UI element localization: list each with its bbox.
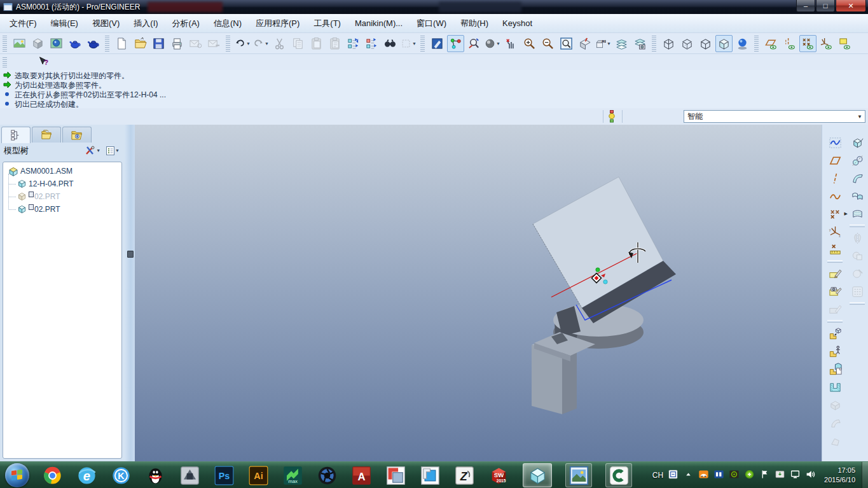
favorites-tab[interactable] <box>62 127 92 143</box>
toolbar-grip[interactable] <box>1 57 8 68</box>
toolbar-grip[interactable] <box>753 35 760 52</box>
regen-red-button[interactable] <box>363 35 380 52</box>
start-button[interactable] <box>5 463 29 487</box>
layer-status-button[interactable] <box>631 35 649 52</box>
flag-tray-icon[interactable] <box>759 469 770 482</box>
new-file-button[interactable] <box>113 35 130 52</box>
spin-center-button[interactable] <box>447 35 464 52</box>
save-button[interactable] <box>150 35 167 52</box>
tree-item[interactable]: 12-H-04.PRT <box>17 178 121 190</box>
datum-csys-button[interactable]: yx <box>827 223 843 240</box>
sweep-button[interactable] <box>849 170 865 186</box>
tree-filters-button[interactable]: ▼ <box>85 146 102 156</box>
context-help-button[interactable]: ? <box>34 53 52 71</box>
tree-item[interactable]: 02.PRT <box>17 203 121 216</box>
blend-button[interactable] <box>849 188 865 204</box>
disp-nohidden-button[interactable] <box>697 35 714 52</box>
menu-item-1[interactable]: 文件(F) <box>3 15 44 32</box>
illustrator-taskbar-button[interactable]: Ai <box>248 465 269 486</box>
toolbar-grip[interactable] <box>1 35 8 52</box>
kugou-taskbar-button[interactable]: K <box>111 465 132 486</box>
toolbar-grip[interactable] <box>104 35 111 52</box>
proe-cube-taskbar-button[interactable] <box>523 463 552 487</box>
saved-views-button[interactable]: AB▼ <box>595 35 612 52</box>
slot-cut-button[interactable] <box>827 379 843 395</box>
tray-arrow-tray-icon[interactable] <box>683 469 694 482</box>
menu-item-3[interactable]: 视图(V) <box>85 15 127 32</box>
maximize-button[interactable]: □ <box>816 0 835 12</box>
menu-item-8[interactable]: 工具(T) <box>307 15 348 32</box>
reader-tray-icon[interactable] <box>713 469 724 482</box>
disp-hidden-button[interactable] <box>679 35 696 52</box>
assemble-manikin-button[interactable] <box>827 343 843 359</box>
menu-item-10[interactable]: 窗口(W) <box>410 15 453 32</box>
zbrush-taskbar-button[interactable]: Z <box>454 465 475 486</box>
teapot2-button[interactable] <box>85 35 102 52</box>
ks-render-button[interactable] <box>48 35 65 52</box>
menu-item-11[interactable]: 帮助(H) <box>453 15 495 32</box>
proe-doc-taskbar-button[interactable] <box>385 465 406 486</box>
safe360-tray-icon[interactable] <box>744 469 755 482</box>
repaint-button[interactable] <box>429 35 446 52</box>
image-viewer-taskbar-button[interactable] <box>565 463 592 487</box>
folders-tab[interactable] <box>32 127 61 143</box>
extrude-button[interactable] <box>849 134 865 151</box>
taskbar-clock[interactable]: 17:052015/6/10 <box>824 466 855 485</box>
disp-shaded-button[interactable] <box>715 35 733 52</box>
update-tray-icon[interactable] <box>775 469 785 482</box>
show-points-button[interactable] <box>799 35 816 52</box>
refit-button[interactable] <box>558 35 575 52</box>
network-tray-icon[interactable] <box>790 469 801 482</box>
style-tool-button[interactable] <box>827 134 843 151</box>
close-button[interactable]: ✕ <box>836 0 866 12</box>
zoom-in-button[interactable] <box>521 35 538 52</box>
layers-button[interactable] <box>613 35 630 52</box>
disp-wireframe-button[interactable] <box>660 35 677 52</box>
datum-point-offset-button[interactable] <box>827 241 843 258</box>
datum-curve-button[interactable] <box>827 188 843 204</box>
orient-button[interactable] <box>465 35 483 52</box>
selection-filter-dropdown[interactable]: 智能 ▼ <box>684 110 865 123</box>
toolbar-grip[interactable] <box>224 35 231 52</box>
find-button[interactable] <box>382 35 399 52</box>
regen-cyan-button[interactable] <box>345 35 362 52</box>
zoom-out-button[interactable] <box>539 35 556 52</box>
autocad-taskbar-button[interactable]: A <box>351 465 372 486</box>
tree-root-item[interactable]: ASM0001.ASM <box>3 165 121 178</box>
view-normal-button[interactable] <box>576 35 593 52</box>
3dsmax-taskbar-button[interactable]: max <box>282 465 303 486</box>
nvidia-tray-icon[interactable] <box>729 469 740 482</box>
sketch-button[interactable] <box>827 265 843 282</box>
volume-tray-icon[interactable] <box>805 469 816 482</box>
tree-tab[interactable] <box>1 127 31 143</box>
revolve-button[interactable] <box>849 152 865 169</box>
regeneration-status-icon[interactable] <box>607 110 616 125</box>
chrome-taskbar-button[interactable] <box>42 465 63 486</box>
didi-tray-icon[interactable] <box>698 469 709 482</box>
toolbar-grip[interactable] <box>419 35 426 52</box>
solidworks-taskbar-button[interactable]: SW2015 <box>488 465 509 486</box>
menu-item-12[interactable]: Keyshot <box>495 16 539 31</box>
datum-axis-button[interactable] <box>827 170 843 186</box>
camtasia-taskbar-button[interactable] <box>605 463 632 487</box>
photoshop-taskbar-button[interactable]: Ps <box>214 465 235 486</box>
print-button[interactable] <box>169 35 186 52</box>
show-axes-button[interactable] <box>781 35 798 52</box>
menu-item-9[interactable]: Manikin(M)... <box>348 16 410 31</box>
ks-image-button[interactable] <box>11 35 28 52</box>
graphics-viewport[interactable] <box>135 125 822 461</box>
teapot-button[interactable] <box>66 35 83 52</box>
menu-item-4[interactable]: 插入(I) <box>127 15 165 32</box>
menu-item-7[interactable]: 应用程序(P) <box>249 15 307 32</box>
boundary-button[interactable] <box>849 206 865 222</box>
create-component-button[interactable] <box>827 361 843 377</box>
assemble-button[interactable] <box>827 325 843 342</box>
language-indicator[interactable]: CH <box>652 471 663 480</box>
splitter-handle[interactable] <box>127 251 134 258</box>
sketch-setup-button[interactable] <box>827 283 843 300</box>
app-3d-taskbar-button[interactable] <box>179 465 200 486</box>
keyshot-taskbar-button[interactable] <box>317 465 338 486</box>
menu-item-6[interactable]: 信息(N) <box>207 15 249 32</box>
disp-realism-button[interactable] <box>734 35 751 52</box>
open-folder-button[interactable] <box>132 35 149 52</box>
